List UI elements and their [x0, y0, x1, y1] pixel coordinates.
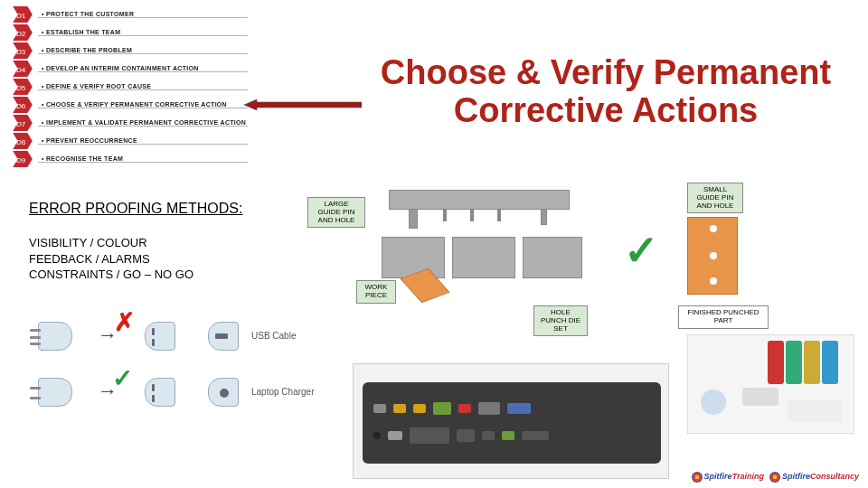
svg-text:D6: D6 [16, 101, 26, 109]
small-pin [541, 209, 547, 225]
svg-text:D3: D3 [16, 47, 26, 55]
logo-consultancy: SpitfireConsultancy [769, 472, 859, 483]
socket-2hole [145, 378, 175, 407]
punch-pin [470, 209, 474, 221]
d-step-row: D2ESTABLISH THE TEAM [13, 23, 248, 41]
d-step-label: DEFINE & VERIFY ROOT CAUSE [38, 83, 248, 90]
svg-text:D4: D4 [16, 65, 26, 73]
plug-2prong [38, 378, 72, 407]
medical-kit-image [687, 334, 854, 434]
d-step-label: ESTABLISH THE TEAM [38, 29, 248, 36]
d-step-row: D7IMPLEMENT & VALIDATE PERMANENT CORRECT… [13, 114, 248, 131]
d-step-label: DEVELOP AN INTERIM CONTAINMENT ACTION [38, 65, 248, 72]
d-step-row: D5DEFINE & VERIFY ROOT CAUSE [13, 78, 248, 95]
socket-2hole [145, 322, 175, 351]
d-step-row: D6CHOOSE & VERIFY PERMANENT CORRECTIVE A… [13, 96, 248, 113]
med-item [742, 388, 778, 406]
med-bag [786, 341, 802, 384]
d-step-label: PREVENT REOCCURRENCE [38, 137, 248, 145]
device-rear-panel [353, 363, 669, 479]
label-large-guide: LARGE GUIDE PIN AND HOLE [307, 197, 365, 228]
chevron-icon: D1 [13, 6, 33, 23]
svg-text:D5: D5 [16, 83, 26, 91]
socket-usb [208, 322, 239, 351]
method-item: CONSTRAINTS / GO – NO GO [29, 267, 193, 283]
d-step-row: D4DEVELOP AN INTERIM CONTAINMENT ACTION [13, 60, 248, 77]
svg-text:D1: D1 [16, 11, 26, 19]
chevron-icon: D6 [13, 97, 33, 113]
med-bag [804, 341, 820, 384]
d-step-row: D3DESCRIBE THE PROBLEM [13, 42, 248, 59]
med-mask [701, 389, 726, 415]
d-step-row: D9RECOGNISE THE TEAM [13, 150, 248, 167]
plug-diagram: → ✗ → ✓ USB Cable Laptop Charger [27, 314, 316, 432]
svg-text:D9: D9 [16, 155, 26, 164]
method-item: FEEDBACK / ALARMS [29, 251, 193, 267]
label-charger: Laptop Charger [251, 387, 315, 397]
logo-icon [692, 472, 703, 483]
d-step-label: DESCRIBE THE PROBLEM [38, 47, 248, 54]
med-bag [768, 341, 784, 384]
socket-charger [208, 378, 239, 407]
methods-list: VISIBILITY / COLOUR FEEDBACK / ALARMS CO… [29, 235, 193, 283]
method-item: VISIBILITY / COLOUR [29, 235, 193, 251]
label-usb: USB Cable [251, 331, 296, 341]
x-icon: ✗ [114, 307, 135, 337]
chevron-icon: D8 [13, 133, 33, 149]
top-plate [389, 190, 570, 210]
d-step-label: CHOOSE & VERIFY PERMANENT CORRECTIVE ACT… [38, 101, 248, 108]
d-step-label: PROTECT THE CUSTOMER [38, 11, 248, 18]
med-item [788, 400, 842, 422]
label-work-piece: WORK PIECE [356, 280, 396, 304]
lower-block-mid [452, 237, 515, 278]
svg-text:D2: D2 [16, 29, 26, 37]
plug-3prong [38, 322, 72, 351]
svg-text:D7: D7 [16, 119, 26, 127]
d-step-label: IMPLEMENT & VALIDATE PERMANENT CORRECTIV… [38, 119, 248, 127]
pointer-arrow-icon [244, 98, 362, 108]
chevron-icon: D4 [13, 61, 33, 77]
med-bag [822, 341, 838, 384]
logo-icon [769, 472, 780, 483]
check-icon: ✓ [624, 226, 659, 275]
label-die-set: HOLE PUNCH DIE SET [533, 305, 588, 336]
d-step-row: D1PROTECT THE CUSTOMER [13, 5, 248, 23]
punch-pin [497, 209, 501, 221]
die-set-diagram: LARGE GUIDE PIN AND HOLE SMALL GUIDE PIN… [307, 190, 778, 325]
chevron-icon: D5 [13, 79, 33, 95]
chevron-icon: D2 [13, 24, 33, 41]
page-title: Choose & Verify Permanent Corrective Act… [371, 54, 841, 130]
chevron-icon: D7 [13, 115, 33, 131]
label-small-guide: SMALL GUIDE PIN AND HOLE [687, 183, 743, 213]
d-step-row: D8PREVENT REOCCURRENCE [13, 132, 248, 149]
label-finished: FINISHED PUNCHED PART [678, 305, 769, 329]
lower-block-right [523, 237, 582, 278]
d-steps-list: D1PROTECT THE CUSTOMER D2ESTABLISH THE T… [13, 5, 248, 168]
logo-training: SpitfireTraining [692, 472, 764, 483]
lower-block-left [382, 237, 445, 278]
punch-pin [443, 209, 447, 221]
svg-text:D8: D8 [16, 137, 26, 145]
section-header: ERROR PROOFING METHODS: [29, 201, 242, 217]
finished-part [687, 217, 738, 295]
d-step-label: RECOGNISE THE TEAM [38, 155, 248, 163]
device-body [363, 382, 661, 464]
chevron-icon: D3 [13, 42, 33, 59]
chevron-icon: D9 [13, 151, 33, 167]
large-pin [409, 209, 418, 229]
check-icon: ✓ [112, 363, 133, 393]
footer-logos: SpitfireTraining SpitfireConsultancy [692, 472, 859, 483]
